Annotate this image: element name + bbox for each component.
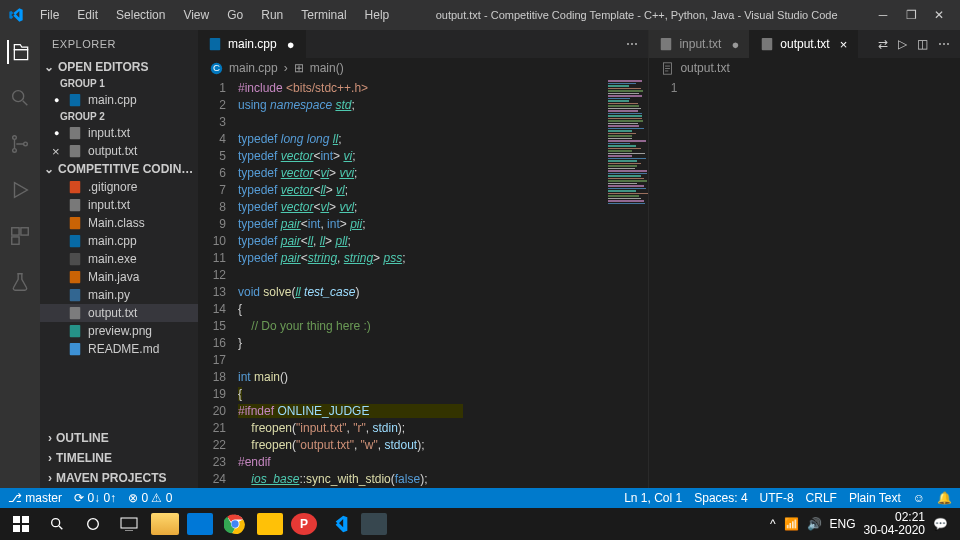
modified-icon[interactable]: ● <box>731 37 739 52</box>
indentation[interactable]: Spaces: 4 <box>694 491 747 505</box>
tab-output-txt[interactable]: output.txt× <box>750 30 858 58</box>
maven-header[interactable]: ›MAVEN PROJECTS <box>40 468 198 488</box>
file-icon <box>68 270 82 284</box>
maximize-button[interactable]: ❐ <box>904 8 918 22</box>
chevron-right-icon: › <box>48 471 52 485</box>
menu-edit[interactable]: Edit <box>69 4 106 26</box>
activity-bar <box>0 30 40 488</box>
menu-help[interactable]: Help <box>357 4 398 26</box>
svg-rect-5 <box>21 228 28 235</box>
svg-rect-29 <box>22 525 29 532</box>
file-item[interactable]: main.py <box>40 286 198 304</box>
file-item[interactable]: .gitignore <box>40 178 198 196</box>
svg-rect-18 <box>70 325 81 337</box>
task-view-button[interactable] <box>112 510 146 538</box>
run-icon[interactable]: ▷ <box>898 37 907 51</box>
language-indicator[interactable]: ENG <box>830 517 856 531</box>
eol[interactable]: CRLF <box>806 491 837 505</box>
menu-view[interactable]: View <box>175 4 217 26</box>
problems-indicator[interactable]: ⊗ 0 ⚠ 0 <box>128 491 172 505</box>
clock[interactable]: 02:2130-04-2020 <box>864 511 925 537</box>
app-icon[interactable] <box>257 513 283 535</box>
file-item[interactable]: input.txt <box>40 124 198 142</box>
file-icon <box>760 37 774 51</box>
sync-indicator[interactable]: ⟳ 0↓ 0↑ <box>74 491 116 505</box>
menu-terminal[interactable]: Terminal <box>293 4 354 26</box>
split-icon[interactable]: ◫ <box>917 37 928 51</box>
svg-rect-7 <box>70 94 81 106</box>
compare-icon[interactable]: ⇄ <box>878 37 888 51</box>
cursor-position[interactable]: Ln 1, Col 1 <box>624 491 682 505</box>
open-editors-header[interactable]: ⌄OPEN EDITORS <box>40 58 198 76</box>
file-item[interactable]: output.txt <box>40 304 198 322</box>
app-icon[interactable] <box>187 513 213 535</box>
minimize-button[interactable]: ─ <box>876 8 890 22</box>
more-icon[interactable]: ⋯ <box>938 37 950 51</box>
minimap[interactable] <box>606 78 648 488</box>
start-button[interactable] <box>4 510 38 538</box>
file-item[interactable]: README.md <box>40 340 198 358</box>
notifications-icon[interactable]: 💬 <box>933 517 948 531</box>
editor-group-left: main.cpp● ⋯ C main.cpp› ⊞ main() 1234567… <box>198 30 649 488</box>
file-item[interactable]: main.cpp <box>40 232 198 250</box>
file-item[interactable]: main.exe <box>40 250 198 268</box>
run-debug-icon[interactable] <box>8 178 32 202</box>
file-icon <box>68 252 82 266</box>
menu-selection[interactable]: Selection <box>108 4 173 26</box>
feedback-icon[interactable]: ☺ <box>913 491 925 505</box>
tab-main-cpp[interactable]: main.cpp● <box>198 30 306 58</box>
timeline-header[interactable]: ›TIMELINE <box>40 448 198 468</box>
app-icon[interactable]: P <box>291 513 317 535</box>
sidebar-title: EXPLORER <box>40 30 198 58</box>
file-item[interactable]: input.txt <box>40 196 198 214</box>
project-header[interactable]: ⌄COMPETITIVE CODING TEMPLATE - C+... <box>40 160 198 178</box>
cortana-button[interactable] <box>76 510 110 538</box>
tray-expand-icon[interactable]: ^ <box>770 517 776 531</box>
file-icon <box>659 37 673 51</box>
notifications-icon[interactable]: 🔔 <box>937 491 952 505</box>
svg-rect-16 <box>70 289 81 301</box>
menu-run[interactable]: Run <box>253 4 291 26</box>
file-explorer-icon[interactable] <box>151 513 179 535</box>
file-item[interactable]: Main.java <box>40 268 198 286</box>
file-item[interactable]: output.txt <box>40 142 198 160</box>
file-item[interactable]: Main.class <box>40 214 198 232</box>
close-icon[interactable]: × <box>840 37 848 52</box>
code-editor-right[interactable]: 1 <box>649 78 960 488</box>
search-button[interactable] <box>40 510 74 538</box>
breadcrumb-left[interactable]: C main.cpp› ⊞ main() <box>198 58 648 78</box>
chrome-icon[interactable] <box>218 510 252 538</box>
vscode-taskbar-icon[interactable] <box>322 510 356 538</box>
svg-rect-20 <box>210 38 221 50</box>
file-icon <box>68 234 82 248</box>
file-item[interactable]: main.cpp <box>40 91 198 109</box>
svg-rect-28 <box>13 525 20 532</box>
explorer-icon[interactable] <box>7 40 31 64</box>
menu-file[interactable]: File <box>32 4 67 26</box>
encoding[interactable]: UTF-8 <box>760 491 794 505</box>
language-mode[interactable]: Plain Text <box>849 491 901 505</box>
file-item[interactable]: preview.png <box>40 322 198 340</box>
outline-header[interactable]: ›OUTLINE <box>40 428 198 448</box>
breadcrumb-right[interactable]: output.txt <box>649 58 960 78</box>
chevron-right-icon: › <box>48 451 52 465</box>
extensions-icon[interactable] <box>8 224 32 248</box>
source-control-icon[interactable] <box>8 132 32 156</box>
svg-point-1 <box>13 136 17 140</box>
more-icon[interactable]: ⋯ <box>626 37 638 51</box>
close-button[interactable]: ✕ <box>932 8 946 22</box>
modified-icon[interactable]: ● <box>287 37 295 52</box>
menu-go[interactable]: Go <box>219 4 251 26</box>
app-icon[interactable] <box>361 513 387 535</box>
svg-rect-12 <box>70 217 81 229</box>
svg-point-3 <box>24 142 28 146</box>
volume-icon[interactable]: 🔊 <box>807 517 822 531</box>
branch-indicator[interactable]: ⎇ master <box>8 491 62 505</box>
testing-icon[interactable] <box>8 270 32 294</box>
wifi-icon[interactable]: 📶 <box>784 517 799 531</box>
tab-input-txt[interactable]: input.txt● <box>649 30 750 58</box>
code-editor-left[interactable]: 1234567891011121314151617181920212223242… <box>198 78 648 488</box>
file-icon <box>68 288 82 302</box>
search-icon[interactable] <box>8 86 32 110</box>
window-controls: ─ ❐ ✕ <box>876 8 952 22</box>
